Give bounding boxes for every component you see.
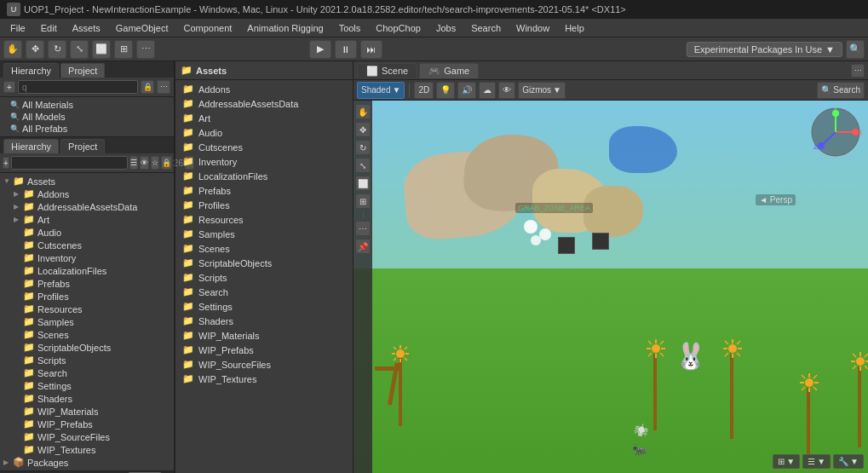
folder-cutscenes[interactable]: 📁 Cutscenes <box>175 140 353 154</box>
tab-scene[interactable]: ⬜ Scene <box>357 63 417 78</box>
project-lock-btn[interactable]: 🔒 <box>161 156 172 170</box>
menu-chopchop[interactable]: ChopChop <box>369 21 428 35</box>
pause-button[interactable]: ⏸ <box>335 40 357 59</box>
h-item-all-prefabs[interactable]: 🔍 All Prefabs <box>0 123 174 135</box>
experimental-packages-dropdown[interactable]: Experimental Packages In Use ▼ <box>687 42 842 57</box>
tab-project[interactable]: Project <box>60 139 105 153</box>
tree-item-scripts[interactable]: 📁 Scripts <box>0 354 174 366</box>
step-button[interactable]: ⏭ <box>360 40 382 59</box>
tree-item-audio[interactable]: 📁 Audio <box>0 226 174 239</box>
tab-hierarchy[interactable]: Hierarchy <box>3 63 59 78</box>
shaded-btn[interactable]: Shaded ▼ <box>357 82 405 99</box>
tree-item-samples[interactable]: 📁 Samples <box>0 315 174 328</box>
transform-scene-btn[interactable]: ⊞ <box>355 193 371 209</box>
folder-inventory[interactable]: 📁 Inventory <box>175 154 353 169</box>
tree-item-wip-textures[interactable]: 📁 WIP_Textures <box>0 443 174 456</box>
play-button[interactable]: ▶ <box>309 40 331 59</box>
menu-jobs[interactable]: Jobs <box>429 21 463 35</box>
scale-tool-btn[interactable]: ⤡ <box>70 40 89 59</box>
folder-samples[interactable]: 📁 Samples <box>175 227 353 241</box>
2d-btn[interactable]: 2D <box>414 82 434 99</box>
menu-tools[interactable]: Tools <box>332 21 368 35</box>
rotate-tool-btn[interactable]: ↻ <box>48 40 66 59</box>
h-item-all-materials[interactable]: 🔍 All Materials <box>0 99 174 111</box>
tree-item-localization[interactable]: 📁 LocalizationFiles <box>0 264 174 277</box>
folder-profiles[interactable]: 📁 Profiles <box>175 198 353 212</box>
folder-addons[interactable]: 📁 Addons <box>175 82 353 96</box>
tab-project-small[interactable]: Project <box>60 63 105 78</box>
display-control-btn[interactable]: ☰▼ <box>802 454 831 469</box>
tree-item-resources[interactable]: 📁 Resources <box>0 303 174 315</box>
rect-tool-btn[interactable]: ⬜ <box>92 40 111 59</box>
project-star-btn[interactable]: ☆ <box>151 156 159 170</box>
pin-scene-btn[interactable]: 📌 <box>355 239 371 254</box>
tree-item-assets-root[interactable]: ▼ 📁 Assets <box>0 175 174 187</box>
folder-search[interactable]: 📁 Search <box>175 285 353 299</box>
folder-prefabs[interactable]: 📁 Prefabs <box>175 183 353 198</box>
tree-item-cutscenes[interactable]: 📁 Cutscenes <box>0 239 174 251</box>
menu-edit[interactable]: Edit <box>34 21 64 35</box>
project-search-input[interactable] <box>11 156 128 170</box>
scene-options-btn[interactable]: ⋯ <box>851 64 865 78</box>
snap-control-btn[interactable]: 🔧▼ <box>833 454 864 469</box>
folder-wip-textures[interactable]: 📁 WIP_Textures <box>175 372 353 386</box>
toolbar-search-button[interactable]: 🔍 <box>846 40 865 59</box>
hierarchy-search-input[interactable] <box>18 80 138 94</box>
folder-audio[interactable]: 📁 Audio <box>175 125 353 140</box>
tree-item-wip-prefabs[interactable]: 📁 WIP_Prefabs <box>0 418 174 430</box>
hierarchy-lock-btn[interactable]: 🔒 <box>141 80 154 94</box>
tab-hierarchy-2[interactable]: Hierarchy <box>3 139 59 153</box>
menu-window[interactable]: Window <box>509 21 556 35</box>
tree-item-art[interactable]: ▶ 📁 Art <box>0 213 174 226</box>
project-add-button[interactable]: + <box>3 157 9 169</box>
tree-item-search[interactable]: 📁 Search <box>0 366 174 379</box>
tree-item-scriptable[interactable]: 📁 ScriptableObjects <box>0 341 174 354</box>
lighting-btn[interactable]: 💡 <box>436 82 455 99</box>
folder-addressable[interactable]: 📁 AddressableAssetsData <box>175 96 353 111</box>
move-tool-btn[interactable]: ✥ <box>26 40 44 59</box>
project-eye-btn[interactable]: 👁 <box>140 156 149 170</box>
tree-item-prefabs[interactable]: 📁 Prefabs <box>0 277 174 290</box>
menu-help[interactable]: Help <box>558 21 591 35</box>
rect-scene-btn[interactable]: ⬜ <box>355 176 371 191</box>
folder-localization[interactable]: 📁 LocalizationFiles <box>175 169 353 183</box>
tree-item-wip-source[interactable]: 📁 WIP_SourceFiles <box>0 430 174 443</box>
folder-shaders[interactable]: 📁 Shaders <box>175 314 353 328</box>
tree-item-wip-materials[interactable]: 📁 WIP_Materials <box>0 405 174 418</box>
scene-visibility-btn[interactable]: 👁 <box>498 82 515 99</box>
tab-game[interactable]: 🎮 Game <box>419 63 479 78</box>
tree-item-inventory[interactable]: 📁 Inventory <box>0 251 174 264</box>
h-item-all-models[interactable]: 🔍 All Models <box>0 111 174 123</box>
folder-scenes[interactable]: 📁 Scenes <box>175 241 353 256</box>
folder-scriptable[interactable]: 📁 ScriptableObjects <box>175 256 353 270</box>
tree-item-shaders[interactable]: 📁 Shaders <box>0 392 174 405</box>
folder-art[interactable]: 📁 Art <box>175 111 353 125</box>
folder-wip-materials[interactable]: 📁 WIP_Materials <box>175 328 353 343</box>
tree-item-addons[interactable]: ▶ 📁 Addons <box>0 187 174 200</box>
menu-file[interactable]: File <box>3 21 32 35</box>
project-filter-btn[interactable]: ☰ <box>129 156 138 170</box>
scene-search-btn[interactable]: 🔍 Search <box>817 82 865 99</box>
menu-component[interactable]: Component <box>176 21 239 35</box>
tree-item-addressable[interactable]: ▶ 📁 AddressableAssetsData <box>0 200 174 213</box>
menu-assets[interactable]: Assets <box>66 21 107 35</box>
menu-search[interactable]: Search <box>464 21 508 35</box>
tree-item-settings[interactable]: 📁 Settings <box>0 379 174 392</box>
hand-scene-btn[interactable]: ✋ <box>355 104 371 119</box>
tree-item-scenes[interactable]: 📁 Scenes <box>0 328 174 341</box>
audio-btn[interactable]: 🔊 <box>457 82 476 99</box>
folder-wip-source[interactable]: 📁 WIP_SourceFiles <box>175 357 353 372</box>
tree-item-packages[interactable]: ▶ 📦 Packages <box>0 456 174 469</box>
hand-tool-btn[interactable]: ✋ <box>3 40 22 59</box>
hierarchy-add-button[interactable]: + <box>3 81 15 93</box>
gizmos-btn[interactable]: Gizmos ▼ <box>518 82 566 99</box>
folder-settings[interactable]: 📁 Settings <box>175 299 353 314</box>
menu-gameobject[interactable]: GameObject <box>109 21 175 35</box>
folder-resources[interactable]: 📁 Resources <box>175 212 353 227</box>
hierarchy-more-btn[interactable]: ⋯ <box>157 80 170 94</box>
tree-item-profiles[interactable]: 📁 Profiles <box>0 290 174 303</box>
transform-tool-btn[interactable]: ⊞ <box>114 40 133 59</box>
fx-btn[interactable]: ☁ <box>479 82 496 99</box>
extra-scene-btn[interactable]: ⋯ <box>355 221 371 236</box>
folder-wip-prefabs[interactable]: 📁 WIP_Prefabs <box>175 343 353 357</box>
